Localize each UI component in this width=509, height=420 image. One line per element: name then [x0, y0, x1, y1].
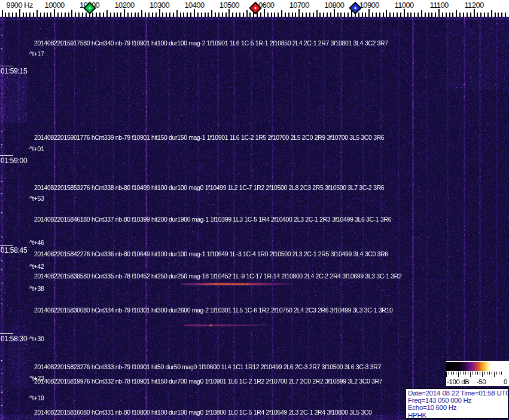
freq-tick [452, 13, 453, 17]
marker-center-dot [354, 7, 356, 9]
freq-label: 10300 [150, 1, 169, 10]
freq-label: 10400 [184, 1, 204, 10]
freq-tick [438, 9, 440, 17]
freq-tick [495, 13, 496, 17]
freq-tick [65, 13, 66, 17]
freq-tick [484, 13, 485, 17]
freq-tick [16, 13, 17, 17]
event-edge-tick: ` [1, 36, 3, 40]
freq-tick [180, 13, 181, 17]
freq-tick [78, 13, 80, 17]
db-tick [499, 372, 499, 375]
freq-tick [86, 13, 87, 17]
db-tick [458, 372, 459, 377]
freq-tick [187, 13, 188, 17]
freq-tick [36, 10, 38, 17]
info-freq-line: Freq=143 050 000 Hz [408, 397, 506, 404]
event-detection-line: 20140822015917580 hCnt340 nb-79 f10901 h… [34, 39, 388, 47]
freq-tick [344, 13, 345, 17]
freq-tick [211, 10, 212, 17]
freq-tick [400, 13, 401, 17]
time-label: 01:59:00 [1, 157, 27, 165]
freq-label: 10500 [220, 1, 239, 10]
event-time-ref: ^t+42 [29, 263, 44, 270]
db-tick [449, 372, 449, 375]
freq-tick [29, 13, 31, 17]
freq-tick [389, 13, 391, 17]
event-edge-tick: ` [1, 195, 3, 198]
time-tick-line [0, 155, 13, 156]
freq-label: 11200 [464, 1, 483, 10]
freq-label: 10700 [289, 1, 309, 10]
freq-tick [124, 9, 125, 17]
freq-tick [340, 13, 342, 17]
db-tick [496, 372, 497, 375]
freq-tick [480, 13, 481, 17]
freq-tick [131, 13, 132, 17]
event-edge-tick: ` [1, 50, 3, 54]
event-edge-tick: ` [1, 238, 3, 242]
freq-tick [330, 13, 331, 17]
freq-tick [183, 13, 184, 17]
freq-tick [47, 13, 48, 17]
freq-tick [313, 13, 314, 17]
freq-tick [431, 13, 432, 17]
db-tick [492, 372, 492, 375]
event-time-ref: ^t+46 [29, 239, 44, 246]
freq-tick [327, 13, 328, 17]
freq-tick [44, 13, 45, 17]
freq-tick [135, 13, 136, 17]
freq-tick [470, 13, 471, 17]
freq-tick [232, 13, 233, 17]
freq-tick [274, 13, 275, 17]
event-detection-line: 20140822015823276 hCnt333 nb-79 f10901 h… [34, 363, 381, 370]
freq-tick [298, 9, 300, 17]
event-edge-tick: ` [1, 249, 3, 253]
freq-tick [428, 13, 429, 17]
freq-tick [449, 13, 450, 17]
freq-tick [215, 13, 216, 17]
freq-tick [376, 13, 377, 17]
freq-tick [148, 13, 150, 17]
freq-tick [302, 13, 303, 17]
freq-tick [316, 10, 318, 17]
freq-tick [474, 9, 475, 17]
freq-tick [372, 13, 373, 17]
freq-tick [141, 10, 142, 17]
db-scale-labels: -100 dB -50 0 [446, 378, 509, 386]
event-detection-line: 20140822015842276 hCnt336 nb-80 f10649 h… [34, 250, 388, 257]
freq-tick [243, 13, 244, 17]
freq-label: 10900 [359, 1, 379, 10]
freq-tick [26, 13, 27, 17]
event-time-ref: ^t+17 [29, 50, 44, 57]
freq-tick [249, 13, 251, 17]
freq-tick [397, 13, 398, 17]
event-edge-tick: ` [1, 214, 3, 217]
db-tick [456, 372, 456, 375]
freq-tick [236, 13, 237, 17]
event-time-ref: ^t+38 [29, 285, 44, 292]
freq-tick [306, 13, 307, 17]
freq-label: 10800 [324, 1, 344, 10]
freq-tick [145, 13, 146, 17]
freq-label: 11000 [395, 1, 414, 10]
event-time-ref: ^t+01 [29, 145, 44, 152]
freq-tick [414, 13, 415, 17]
freq-tick [435, 13, 436, 17]
freq-tick [379, 13, 380, 17]
freq-label: 10200 [114, 1, 134, 10]
db-tick [501, 372, 502, 375]
db-tick [484, 372, 485, 375]
freq-tick [467, 13, 468, 17]
freq-tick [152, 13, 153, 17]
freq-tick [239, 13, 240, 17]
freq-tick [487, 13, 489, 17]
freq-tick [477, 13, 478, 17]
meteor-spectrogram-window: 01:59:1501:59:0001:58:4501:58:30````````… [0, 0, 509, 420]
event-detection-line: 20140822015819976 hCnt332 nb-78 f10901 h… [34, 378, 382, 385]
event-detection-line: 20140822015830080 hCnt334 nb-79 f10301 h… [34, 306, 392, 314]
freq-tick [190, 13, 191, 17]
freq-label: 9900 Hz [7, 1, 33, 10]
event-edge-tick: ` [1, 375, 3, 378]
frequency-ruler: 9900 Hz100001010010200103001040010500106… [0, 0, 509, 17]
